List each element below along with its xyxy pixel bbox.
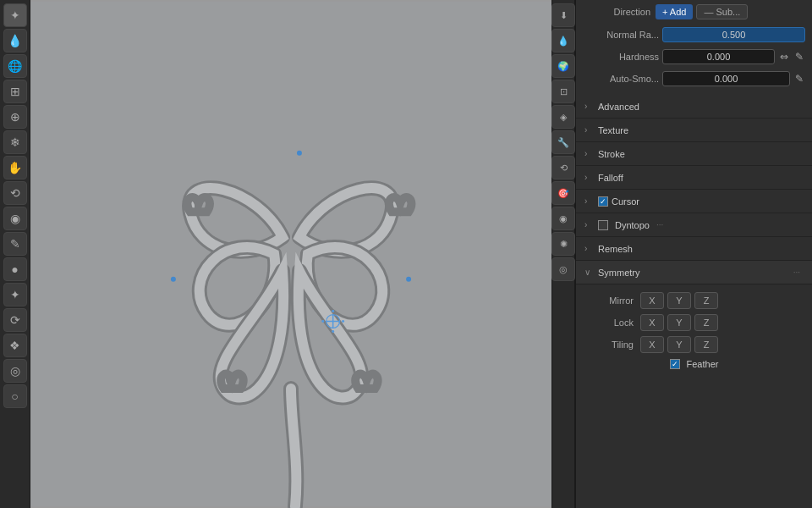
hardness-row: Hardness 0.000 ⇔ ✎ xyxy=(576,46,812,68)
svg-point-5 xyxy=(342,320,344,323)
texture-label: Texture xyxy=(598,125,628,135)
center-icon-10[interactable]: ✺ xyxy=(551,232,575,256)
stroke-label: Stroke xyxy=(598,149,625,159)
toolbar-icon-4[interactable]: ⊞ xyxy=(3,80,27,103)
toolbar-icon-1[interactable]: ✦ xyxy=(3,3,27,27)
feather-row: ✓ Feather xyxy=(583,356,805,373)
direction-label: Direction xyxy=(583,7,650,17)
svg-point-8 xyxy=(171,277,176,282)
dyntopo-arrow: › xyxy=(584,220,595,229)
left-toolbar: ✦ 💧 🌐 ⊞ ⊕ ❄ ✋ ⟲ ◉ ✎ ● ✦ ⟳ ❖ ◎ ○ xyxy=(0,0,30,508)
feather-checkbox[interactable]: ✓ xyxy=(670,359,680,369)
add-button[interactable]: + Add xyxy=(656,4,693,19)
center-icon-7[interactable]: ⟲ xyxy=(551,156,575,179)
section-header-texture[interactable]: › Texture xyxy=(576,119,812,142)
section-header-cursor[interactable]: › ✓ Cursor xyxy=(576,190,812,213)
toolbar-icon-10[interactable]: ✎ xyxy=(3,232,27,256)
feather-label: Feather xyxy=(687,359,719,369)
section-header-advanced[interactable]: › Advanced xyxy=(576,95,812,119)
mirror-z-button[interactable]: Z xyxy=(694,292,718,309)
center-icon-2[interactable]: 💧 xyxy=(551,29,575,52)
toolbar-icon-9[interactable]: ◉ xyxy=(3,207,27,230)
remesh-arrow: › xyxy=(584,244,595,253)
cursor-checkbox[interactable]: ✓ xyxy=(598,196,608,207)
hardness-label: Hardness xyxy=(583,52,659,62)
hardness-value[interactable]: 0.000 xyxy=(662,49,775,64)
center-icon-8[interactable]: 🎯 xyxy=(551,181,575,205)
tiling-label: Tiling xyxy=(586,340,637,350)
panel-scrollable[interactable]: Direction + Add — Sub... Normal Ra... 0.… xyxy=(576,0,812,508)
stroke-arrow: › xyxy=(584,149,595,158)
dyntopo-checkbox[interactable] xyxy=(598,220,608,230)
toolbar-icon-15[interactable]: ◎ xyxy=(3,359,27,383)
cursor-label: Cursor xyxy=(612,196,639,207)
direction-row: Direction + Add — Sub... xyxy=(576,0,812,24)
toolbar-icon-13[interactable]: ⟳ xyxy=(3,308,27,332)
section-header-symmetry[interactable]: ∨ Symmetry ··· xyxy=(576,261,812,284)
svg-point-7 xyxy=(332,330,334,333)
toolbar-icon-7[interactable]: ✋ xyxy=(3,156,27,179)
auto-smooth-edit-icon[interactable]: ✎ xyxy=(793,73,805,85)
lock-label: Lock xyxy=(586,318,637,328)
center-icon-6[interactable]: 🔧 xyxy=(551,130,575,154)
center-icon-5[interactable]: ◈ xyxy=(551,105,575,129)
lock-x-button[interactable]: X xyxy=(640,314,664,331)
lock-z-button[interactable]: Z xyxy=(694,314,718,331)
advanced-label: Advanced xyxy=(598,102,639,112)
sub-button[interactable]: — Sub... xyxy=(696,4,748,19)
cursor-arrow: › xyxy=(584,196,595,206)
mirror-row: Mirror X Y Z xyxy=(583,290,805,312)
toolbar-icon-5[interactable]: ⊕ xyxy=(3,105,27,129)
hardness-edit-icon[interactable]: ✎ xyxy=(793,51,805,63)
hardness-swap-icon[interactable]: ⇔ xyxy=(778,51,790,63)
tiling-z-button[interactable]: Z xyxy=(694,336,718,353)
section-header-remesh[interactable]: › Remesh xyxy=(576,237,812,261)
dyntopo-dots: ··· xyxy=(653,220,667,229)
center-icon-9[interactable]: ◉ xyxy=(551,207,575,230)
app-window: ✦ 💧 🌐 ⊞ ⊕ ❄ ✋ ⟲ ◉ ✎ ● ✦ ⟳ ❖ ◎ ○ xyxy=(0,0,812,508)
symmetry-dots: ··· xyxy=(790,268,804,277)
center-icon-strip: ⬇ 💧 🌍 ⊡ ◈ 🔧 ⟲ 🎯 ◉ ✺ ◎ xyxy=(551,0,575,508)
lock-y-button[interactable]: Y xyxy=(667,314,691,331)
mirror-y-button[interactable]: Y xyxy=(667,292,691,309)
auto-smooth-label: Auto-Smo... xyxy=(583,74,659,84)
symmetry-label: Symmetry xyxy=(598,268,640,278)
center-icon-11[interactable]: ◎ xyxy=(551,257,575,281)
direction-buttons: + Add — Sub... xyxy=(656,4,748,19)
texture-arrow: › xyxy=(584,125,595,135)
toolbar-icon-8[interactable]: ⟲ xyxy=(3,181,27,205)
center-icon-3[interactable]: 🌍 xyxy=(551,54,575,78)
normal-radius-value[interactable]: 0.500 xyxy=(662,27,805,42)
toolbar-icon-2[interactable]: 💧 xyxy=(3,29,27,52)
falloff-arrow: › xyxy=(584,173,595,182)
toolbar-icon-12[interactable]: ✦ xyxy=(3,283,27,306)
svg-point-6 xyxy=(332,310,334,312)
svg-point-4 xyxy=(321,320,324,323)
section-header-dyntopo[interactable]: › Dyntopo ··· xyxy=(576,213,812,237)
toolbar-icon-16[interactable]: ○ xyxy=(3,384,27,408)
lock-row: Lock X Y Z xyxy=(583,312,805,334)
mirror-label: Mirror xyxy=(586,295,637,306)
right-panel: Direction + Add — Sub... Normal Ra... 0.… xyxy=(575,0,812,508)
tiling-x-button[interactable]: X xyxy=(640,336,664,353)
viewport-canvas[interactable] xyxy=(30,0,551,508)
svg-point-10 xyxy=(297,151,302,156)
tiling-y-button[interactable]: Y xyxy=(667,336,691,353)
svg-point-9 xyxy=(406,277,411,282)
symmetry-arrow: ∨ xyxy=(584,268,595,277)
section-header-falloff[interactable]: › Falloff xyxy=(576,166,812,190)
toolbar-icon-14[interactable]: ❖ xyxy=(3,334,27,357)
advanced-arrow: › xyxy=(584,102,595,111)
section-header-stroke[interactable]: › Stroke xyxy=(576,142,812,166)
toolbar-icon-6[interactable]: ❄ xyxy=(3,130,27,154)
normal-radius-row: Normal Ra... 0.500 xyxy=(576,24,812,46)
auto-smooth-value[interactable]: 0.000 xyxy=(662,71,790,86)
toolbar-icon-11[interactable]: ● xyxy=(3,257,27,281)
falloff-label: Falloff xyxy=(598,173,623,183)
center-icon-1[interactable]: ⬇ xyxy=(551,3,575,27)
toolbar-icon-3[interactable]: 🌐 xyxy=(3,54,27,78)
tiling-row: Tiling X Y Z xyxy=(583,334,805,356)
remesh-label: Remesh xyxy=(598,244,633,254)
mirror-x-button[interactable]: X xyxy=(640,292,664,309)
center-icon-4[interactable]: ⊡ xyxy=(551,80,575,103)
